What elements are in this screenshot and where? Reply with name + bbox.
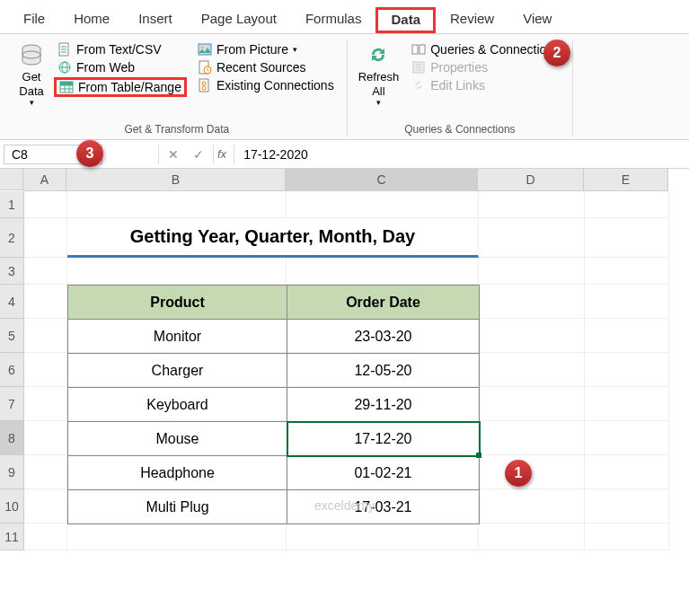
cell-D8[interactable] [479,421,585,455]
table-cell[interactable]: 23-03-20 [287,320,480,354]
cell-D9[interactable] [479,455,585,489]
col-header-B[interactable]: B [66,169,286,190]
recent-sources-button[interactable]: Recent Sources [194,59,338,75]
row-header-1[interactable]: 1 [0,191,23,218]
from-picture-label: From Picture [216,42,288,57]
cell-D7[interactable] [479,387,585,421]
from-table-range-button[interactable]: From Table/Range [54,77,187,97]
tab-insert[interactable]: Insert [124,7,187,33]
tab-file[interactable]: File [9,7,59,33]
col-header-E[interactable]: E [584,169,668,190]
cell-E8[interactable] [585,421,669,455]
row-header-2[interactable]: 2 [0,218,23,258]
enter-fx-button[interactable]: ✓ [186,145,211,163]
row-header-5[interactable]: 5 [0,319,23,353]
cell-E7[interactable] [585,387,669,421]
cell-A5[interactable] [24,319,67,353]
cell-A2[interactable] [24,218,67,258]
row-header-7[interactable]: 7 [0,387,23,421]
table-cell[interactable]: 29-11-20 [287,388,480,422]
tab-view[interactable]: View [508,7,566,33]
from-web-button[interactable]: From Web [54,59,187,75]
table-cell[interactable]: 01-02-21 [287,456,480,490]
row-header-11[interactable]: 11 [0,524,23,550]
cell-B3[interactable] [67,258,287,285]
table-cell[interactable]: Monitor [68,320,287,354]
row-header-6[interactable]: 6 [0,353,23,387]
cell-C3[interactable] [287,258,479,285]
cell-E4[interactable] [585,285,669,319]
cell-E6[interactable] [585,353,669,387]
row-header-3[interactable]: 3 [0,258,23,285]
connection-icon [198,78,212,92]
table-cell[interactable]: Keyboard [68,388,287,422]
tab-home[interactable]: Home [59,7,124,33]
row-header-9[interactable]: 9 [0,455,23,489]
tab-formulas[interactable]: Formulas [291,7,376,33]
table-cell[interactable]: Headphone [68,456,287,490]
from-text-csv-button[interactable]: From Text/CSV [54,41,187,57]
col-header-C[interactable]: C [286,169,478,190]
queries-connections-button[interactable]: Queries & Connections [408,41,563,57]
cell-D11[interactable] [479,524,585,550]
cell-D4[interactable] [479,285,585,319]
table-cell[interactable]: Charger [68,354,287,388]
edit-links-label: Edit Links [430,78,485,92]
cell-E2[interactable] [585,218,669,258]
table-header-product[interactable]: Product [68,286,287,320]
database-icon [18,41,45,68]
cell-A9[interactable] [24,455,67,489]
edit-links-button: Edit Links [408,77,563,93]
cell-B1[interactable] [67,191,287,218]
cell-E5[interactable] [585,319,669,353]
svg-rect-22 [412,45,418,54]
tab-page-layout[interactable]: Page Layout [187,7,291,33]
cell-E10[interactable] [585,489,669,524]
cell-D3[interactable] [479,258,585,285]
refresh-all-button[interactable]: Refresh All ▾ [353,40,405,110]
cell-D1[interactable] [479,191,585,218]
fx-icon[interactable]: fx [216,147,232,161]
queries-icon [411,42,426,57]
formula-bar-input[interactable] [236,145,685,163]
col-header-A[interactable]: A [23,169,66,190]
select-all-corner[interactable] [0,169,23,190]
grid-body[interactable]: Getting Year, Quarter, Month, DayProduct… [24,191,669,550]
existing-connections-button[interactable]: Existing Connections [194,77,338,93]
get-data-button[interactable]: Get Data ▾ [13,40,50,110]
cell-A3[interactable] [24,258,67,285]
cell-C1[interactable] [287,191,479,218]
cell-A10[interactable] [24,489,67,524]
cancel-fx-button[interactable]: ✕ [161,145,186,163]
cell-D6[interactable] [479,353,585,387]
cell-A6[interactable] [24,353,67,387]
tab-data[interactable]: Data [375,7,436,33]
cell-D2[interactable] [479,218,585,258]
cell-B11[interactable] [67,524,287,550]
col-header-D[interactable]: D [478,169,584,190]
from-picture-button[interactable]: From Picture ▾ [194,41,338,57]
row-header-10[interactable]: 10 [0,489,23,524]
cell-D5[interactable] [479,319,585,353]
cell-E11[interactable] [585,524,669,550]
cell-A11[interactable] [24,524,67,550]
cell-E9[interactable] [585,455,669,489]
table-cell[interactable]: 17-12-20 [287,422,480,456]
cell-E3[interactable] [585,258,669,285]
row-header-4[interactable]: 4 [0,285,23,319]
tab-review[interactable]: Review [436,7,508,33]
table-cell[interactable]: Mouse [68,422,287,456]
table-cell[interactable]: Multi Plug [68,490,287,524]
cell-E1[interactable] [585,191,669,218]
cell-D10[interactable] [479,489,585,524]
table-cell[interactable]: 12-05-20 [287,354,480,388]
cell-A7[interactable] [24,387,67,421]
table-cell[interactable]: 17-03-21 [287,490,480,524]
cell-A4[interactable] [24,285,67,319]
table-header-order_date[interactable]: Order Date [287,286,480,320]
cell-C11[interactable] [287,524,479,550]
row-header-8[interactable]: 8 [0,421,23,455]
cell-A1[interactable] [24,191,67,218]
cell-A8[interactable] [24,421,67,455]
cell-B2[interactable]: Getting Year, Quarter, Month, Day [67,218,479,258]
